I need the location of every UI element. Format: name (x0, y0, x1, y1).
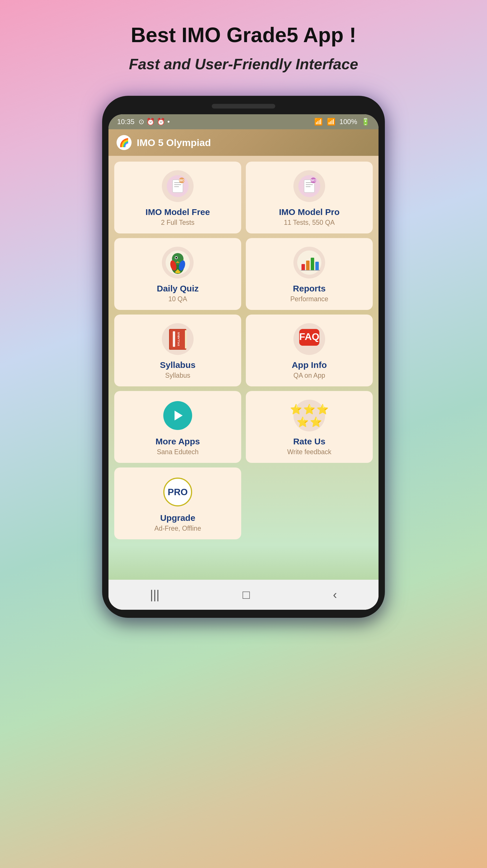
app-header-title: IMO 5 Olympiad (137, 137, 211, 148)
nav-back-button[interactable]: ‹ (333, 588, 337, 602)
bottom-navigation: ||| □ ‹ (108, 580, 379, 610)
card-imo-model-pro[interactable]: IMO IMO Model Pro 11 Tests, 550 QA (246, 162, 373, 234)
rate-us-icon: ⭐⭐⭐ ⭐⭐ (293, 400, 325, 431)
imo-pro-subtitle: 11 Tests, 550 QA (284, 219, 335, 226)
svg-rect-33 (185, 330, 187, 349)
pro-badge-icon: PRO (163, 477, 192, 506)
syllabus-subtitle: Syllabus (165, 372, 190, 379)
svg-point-19 (175, 257, 177, 258)
status-left: 10:35 ⊙ ⏰ ⏰ • (117, 118, 170, 126)
reports-title: Reports (293, 284, 325, 293)
upgrade-subtitle: Ad-Free, Offline (154, 525, 201, 532)
upgrade-icon: PRO (162, 476, 194, 508)
app-logo: 🌈 (117, 135, 132, 150)
battery-icon: 🔋 (361, 118, 370, 126)
rate-us-title: Rate Us (293, 437, 325, 446)
more-apps-subtitle: Sana Edutech (157, 448, 199, 456)
card-daily-quiz[interactable]: Daily Quiz 10 QA (114, 238, 241, 310)
status-right: 📶 📶 100% 🔋 (314, 118, 370, 126)
syllabus-icon: SYLLABUS (162, 323, 194, 355)
daily-quiz-title: Daily Quiz (157, 284, 198, 293)
screen-bottom-space (108, 545, 379, 580)
time-display: 10:35 (117, 118, 134, 126)
card-upgrade[interactable]: PRO Upgrade Ad-Free, Offline (114, 467, 241, 539)
more-apps-title: More Apps (156, 437, 200, 446)
imo-pro-title: IMO Model Pro (279, 207, 339, 217)
svg-rect-26 (311, 258, 314, 270)
imo-free-subtitle: 2 Full Tests (161, 219, 194, 226)
reports-subtitle: Performance (290, 295, 328, 303)
phone-frame: 10:35 ⊙ ⏰ ⏰ • 📶 📶 100% 🔋 🌈 IMO 5 Olympia… (102, 96, 385, 618)
svg-rect-27 (315, 262, 319, 270)
more-apps-icon (162, 400, 194, 431)
card-reports[interactable]: Reports Performance (246, 238, 373, 310)
imo-free-icon: IMO (162, 170, 194, 202)
upgrade-title: Upgrade (160, 513, 195, 523)
card-imo-model-free[interactable]: IMO IMO Model Free 2 Full Tests (114, 162, 241, 234)
notification-icons: ⊙ ⏰ ⏰ • (138, 118, 170, 126)
svg-text:SYLLABUS: SYLLABUS (177, 332, 180, 346)
svg-rect-25 (306, 260, 310, 270)
page-subtitle: Fast and User-Friendly Interface (129, 55, 358, 73)
imo-free-title: IMO Model Free (145, 207, 210, 217)
nav-home-button[interactable]: □ (242, 588, 250, 602)
rate-us-subtitle: Write feedback (287, 448, 331, 456)
nav-menu-button[interactable]: ||| (150, 588, 160, 602)
reports-icon (293, 247, 325, 278)
daily-quiz-subtitle: 10 QA (168, 295, 187, 303)
app-info-title: App Info (292, 360, 327, 370)
svg-rect-31 (173, 331, 175, 347)
stars-display: ⭐⭐⭐ ⭐⭐ (290, 403, 329, 428)
svg-marker-37 (174, 411, 183, 421)
app-info-icon: FAQ (293, 323, 325, 355)
app-info-subtitle: QA on App (293, 372, 325, 379)
page-title: Best IMO Grade5 App ! (131, 23, 356, 47)
status-bar: 10:35 ⊙ ⏰ ⏰ • 📶 📶 100% 🔋 (108, 114, 379, 129)
wifi-icon: 📶 (314, 118, 323, 126)
svg-text:IMO: IMO (179, 179, 185, 182)
signal-icon: 📶 (327, 118, 335, 126)
card-app-info[interactable]: FAQ App Info QA on App (246, 314, 373, 386)
battery-display: 100% (339, 118, 357, 126)
phone-screen: 10:35 ⊙ ⏰ ⏰ • 📶 📶 100% 🔋 🌈 IMO 5 Olympia… (108, 114, 379, 610)
imo-pro-icon: IMO (293, 170, 325, 202)
daily-quiz-icon (162, 247, 194, 278)
syllabus-title: Syllabus (160, 360, 195, 370)
svg-text:FAQ: FAQ (299, 331, 319, 342)
logo-icon: 🌈 (119, 138, 129, 148)
card-syllabus[interactable]: SYLLABUS Syllabus Syllabus (114, 314, 241, 386)
phone-speaker (212, 104, 275, 108)
svg-rect-24 (301, 264, 305, 270)
card-more-apps[interactable]: More Apps Sana Edutech (114, 391, 241, 463)
play-button-icon (163, 401, 192, 430)
svg-text:IMO: IMO (311, 179, 316, 182)
app-header: 🌈 IMO 5 Olympiad (108, 129, 379, 156)
main-grid: IMO IMO Model Free 2 Full Tests (108, 156, 379, 545)
card-rate-us[interactable]: ⭐⭐⭐ ⭐⭐ Rate Us Write feedback (246, 391, 373, 463)
